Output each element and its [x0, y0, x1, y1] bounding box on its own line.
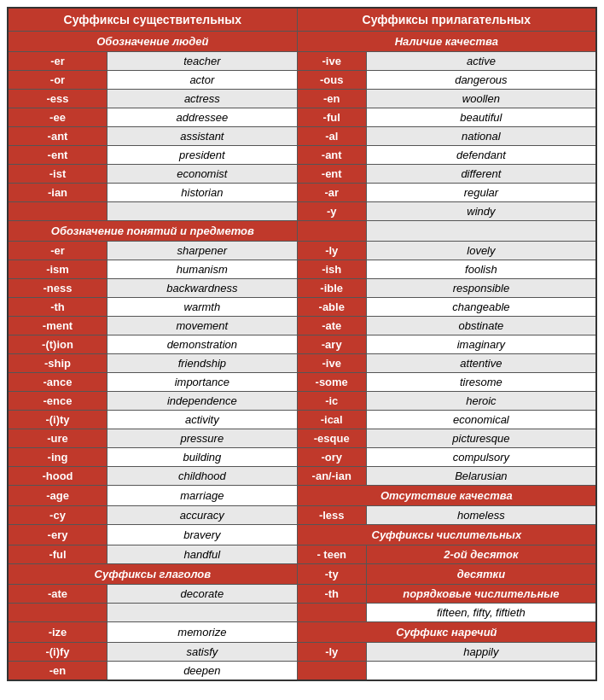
- table-cell: Наличие качества: [297, 32, 596, 52]
- table-row: -ismhumanism-ishfoolish: [8, 260, 596, 279]
- table-cell: addressee: [107, 108, 298, 127]
- table-row: -erteacher-iveactive: [8, 52, 596, 71]
- table-cell: attentive: [366, 354, 596, 373]
- table-cell: regular: [366, 184, 596, 202]
- table-cell: -ize: [8, 622, 107, 643]
- table-cell: homeless: [366, 506, 596, 525]
- table-cell: -ive: [297, 354, 366, 373]
- table-cell: [107, 604, 298, 622]
- table-cell: actress: [107, 90, 298, 108]
- table-cell: accuracy: [107, 506, 298, 525]
- table-cell: -ish: [297, 260, 366, 279]
- table-cell: different: [366, 165, 596, 184]
- table-row: -ingbuilding-orycompulsory: [8, 448, 596, 467]
- table-cell: -ery: [8, 525, 107, 545]
- table-row: -isteconomist-entdifferent: [8, 165, 596, 184]
- table-cell: economist: [107, 165, 298, 184]
- table-cell: bravery: [107, 525, 298, 545]
- table-cell: -able: [297, 298, 366, 317]
- table-cell: [8, 604, 107, 622]
- table-cell: heroic: [366, 392, 596, 411]
- table-cell: -y: [297, 202, 366, 221]
- table-cell: demonstration: [107, 335, 298, 354]
- table-cell: historian: [107, 184, 298, 202]
- table-cell: -ly: [297, 242, 366, 260]
- table-cell: -ant: [297, 146, 366, 165]
- table-cell: -or: [8, 71, 107, 90]
- table-row: -(i)tyactivity-icaleconomical: [8, 411, 596, 429]
- table-row: -hoodchildhood-an/-ianBelarusian: [8, 467, 596, 486]
- table-row: -shipfriendship-iveattentive: [8, 354, 596, 373]
- table-cell: assistant: [107, 127, 298, 146]
- table-cell: -en: [297, 90, 366, 108]
- table-cell: windy: [366, 202, 596, 221]
- table-cell: Суффикс наречий: [297, 622, 596, 643]
- table-cell: imaginary: [366, 335, 596, 354]
- table-cell: backwardness: [107, 279, 298, 298]
- table-cell: decorate: [107, 585, 298, 604]
- table-cell: -some: [297, 373, 366, 392]
- table-cell: -ist: [8, 165, 107, 184]
- table-cell: -ent: [8, 146, 107, 165]
- table-row: -(i)fysatisfy-lyhappily: [8, 643, 596, 662]
- table-cell: marriage: [107, 486, 298, 506]
- table-cell: -ence: [8, 392, 107, 411]
- table-cell: -th: [8, 298, 107, 317]
- table-cell: -ent: [297, 165, 366, 184]
- table-cell: -ate: [297, 317, 366, 335]
- table-cell: -ive: [297, 52, 366, 71]
- table-cell: -age: [8, 486, 107, 506]
- table-cell: actor: [107, 71, 298, 90]
- table-cell: -ess: [8, 90, 107, 108]
- table-cell: dangerous: [366, 71, 596, 90]
- table-cell: Отсутствие качества: [297, 486, 596, 506]
- table-row: -endeepen: [8, 662, 596, 681]
- table-cell: Belarusian: [366, 467, 596, 486]
- table-cell: [107, 202, 298, 221]
- table-cell: -ance: [8, 373, 107, 392]
- table-cell: -er: [8, 242, 107, 260]
- title-left: Суффиксы существительных: [8, 8, 297, 32]
- table-cell: beautiful: [366, 108, 596, 127]
- table-cell: picturesque: [366, 429, 596, 448]
- table-cell: humanism: [107, 260, 298, 279]
- table-row: -mentmovement-ateobstinate: [8, 317, 596, 335]
- table-cell: Обозначение людей: [8, 32, 297, 52]
- table-cell: friendship: [107, 354, 298, 373]
- table-cell: [297, 662, 366, 681]
- table-cell: -ship: [8, 354, 107, 373]
- table-cell: handful: [107, 545, 298, 564]
- table-cell: Суффиксы глаголов: [8, 564, 297, 585]
- table-cell: -esque: [297, 429, 366, 448]
- table-row: -entpresident-antdefendant: [8, 146, 596, 165]
- table-cell: -ee: [8, 108, 107, 127]
- table-cell: woollen: [366, 90, 596, 108]
- table-row: -atedecorate-thпорядковые числительные: [8, 585, 596, 604]
- table-cell: memorize: [107, 622, 298, 643]
- table-cell: -ous: [297, 71, 366, 90]
- table-cell: obstinate: [366, 317, 596, 335]
- table-row: -cyaccuracy-lesshomeless: [8, 506, 596, 525]
- table-cell: -th: [297, 585, 366, 604]
- table-cell: -less: [297, 506, 366, 525]
- table-cell: -ful: [297, 108, 366, 127]
- table-row: -anceimportance-sometiresome: [8, 373, 596, 392]
- table-cell: [297, 221, 366, 242]
- table-cell: responsible: [366, 279, 596, 298]
- table-cell: pressure: [107, 429, 298, 448]
- table-cell: -ic: [297, 392, 366, 411]
- table-cell: Суффиксы числительных: [297, 525, 596, 545]
- table-cell: changeable: [366, 298, 596, 317]
- table-cell: childhood: [107, 467, 298, 486]
- table-cell: - teen: [297, 545, 366, 564]
- table-cell: national: [366, 127, 596, 146]
- table-cell: importance: [107, 373, 298, 392]
- table-cell: -ical: [297, 411, 366, 429]
- table-cell: happily: [366, 643, 596, 662]
- table-row: -oractor-ousdangerous: [8, 71, 596, 90]
- table-cell: -ian: [8, 184, 107, 202]
- table-cell: Обозначение понятий и предметов: [8, 221, 297, 242]
- table-row: -ersharpener-lylovely: [8, 242, 596, 260]
- table-cell: -ible: [297, 279, 366, 298]
- title-right: Суффиксы прилагательных: [297, 8, 596, 32]
